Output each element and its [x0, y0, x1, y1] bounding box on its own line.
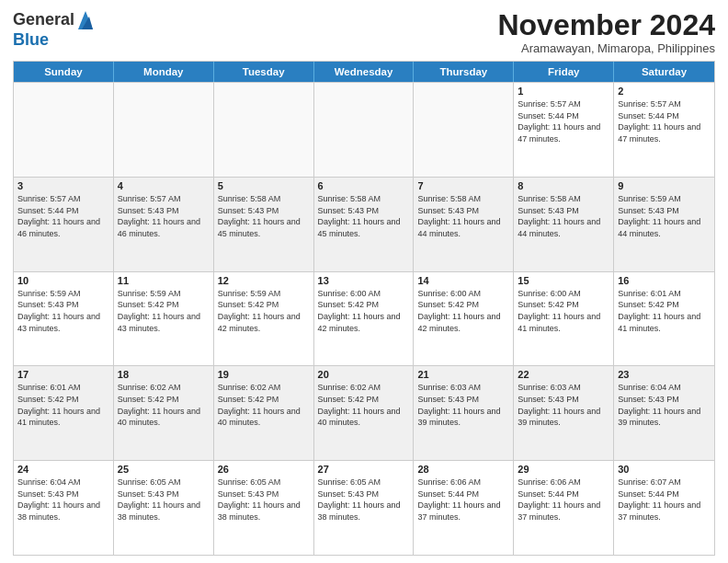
day-number: 2	[618, 86, 711, 97]
day-number: 27	[318, 464, 410, 475]
calendar-row-3: 10Sunrise: 5:59 AM Sunset: 5:43 PM Dayli…	[14, 271, 714, 366]
day-info: Sunrise: 5:59 AM Sunset: 5:43 PM Dayligh…	[618, 193, 711, 239]
logo-general-text: General	[13, 11, 74, 29]
day-info: Sunrise: 6:04 AM Sunset: 5:43 PM Dayligh…	[17, 477, 109, 523]
day-number: 21	[417, 369, 509, 380]
weekday-header-thursday: Thursday	[414, 62, 514, 82]
day-cell-23: 23Sunrise: 6:04 AM Sunset: 5:43 PM Dayli…	[614, 366, 714, 460]
day-cell-25: 25Sunrise: 6:05 AM Sunset: 5:43 PM Dayli…	[114, 461, 214, 555]
day-cell-1: 1Sunrise: 5:57 AM Sunset: 5:44 PM Daylig…	[514, 83, 614, 177]
day-info: Sunrise: 5:57 AM Sunset: 5:44 PM Dayligh…	[17, 193, 109, 239]
day-info: Sunrise: 6:01 AM Sunset: 5:42 PM Dayligh…	[618, 288, 711, 334]
day-cell-7: 7Sunrise: 5:58 AM Sunset: 5:43 PM Daylig…	[414, 178, 514, 271]
day-cell-30: 30Sunrise: 6:07 AM Sunset: 5:44 PM Dayli…	[614, 461, 714, 555]
day-cell-19: 19Sunrise: 6:02 AM Sunset: 5:42 PM Dayli…	[214, 366, 314, 460]
day-number: 11	[118, 275, 210, 286]
day-number: 8	[518, 180, 609, 191]
day-number: 24	[17, 464, 109, 475]
day-info: Sunrise: 5:57 AM Sunset: 5:44 PM Dayligh…	[518, 98, 609, 144]
location-subtitle: Aramawayan, Mimaropa, Philippines	[497, 41, 715, 55]
calendar-header-row: SundayMondayTuesdayWednesdayThursdayFrid…	[14, 62, 714, 82]
calendar-body: 1Sunrise: 5:57 AM Sunset: 5:44 PM Daylig…	[14, 82, 714, 555]
day-number: 23	[618, 369, 711, 380]
day-cell-26: 26Sunrise: 6:05 AM Sunset: 5:43 PM Dayli…	[214, 461, 314, 555]
weekday-header-sunday: Sunday	[14, 62, 114, 82]
calendar-row-1: 1Sunrise: 5:57 AM Sunset: 5:44 PM Daylig…	[14, 82, 714, 177]
day-number: 4	[118, 180, 210, 191]
day-number: 19	[218, 369, 310, 380]
day-info: Sunrise: 5:59 AM Sunset: 5:42 PM Dayligh…	[218, 288, 310, 334]
day-info: Sunrise: 5:59 AM Sunset: 5:43 PM Dayligh…	[17, 288, 109, 334]
day-cell-14: 14Sunrise: 6:00 AM Sunset: 5:42 PM Dayli…	[414, 272, 514, 366]
month-title: November 2024	[497, 9, 715, 41]
logo-icon	[76, 9, 95, 31]
day-number: 1	[518, 86, 609, 97]
day-cell-17: 17Sunrise: 6:01 AM Sunset: 5:42 PM Dayli…	[14, 366, 114, 460]
day-info: Sunrise: 6:06 AM Sunset: 5:44 PM Dayligh…	[417, 477, 509, 523]
day-info: Sunrise: 5:57 AM Sunset: 5:43 PM Dayligh…	[118, 193, 210, 239]
day-cell-16: 16Sunrise: 6:01 AM Sunset: 5:42 PM Dayli…	[614, 272, 714, 366]
calendar-row-5: 24Sunrise: 6:04 AM Sunset: 5:43 PM Dayli…	[14, 460, 714, 555]
day-info: Sunrise: 6:02 AM Sunset: 5:42 PM Dayligh…	[318, 382, 410, 428]
calendar-row-2: 3Sunrise: 5:57 AM Sunset: 5:44 PM Daylig…	[14, 177, 714, 271]
title-block: November 2024 Aramawayan, Mimaropa, Phil…	[497, 9, 715, 55]
day-info: Sunrise: 5:58 AM Sunset: 5:43 PM Dayligh…	[218, 193, 310, 239]
weekday-header-wednesday: Wednesday	[314, 62, 415, 82]
empty-cell	[414, 83, 514, 177]
day-number: 18	[118, 369, 210, 380]
day-number: 13	[318, 275, 410, 286]
day-cell-29: 29Sunrise: 6:06 AM Sunset: 5:44 PM Dayli…	[514, 461, 614, 555]
day-info: Sunrise: 6:02 AM Sunset: 5:42 PM Dayligh…	[118, 382, 210, 428]
day-cell-22: 22Sunrise: 6:03 AM Sunset: 5:43 PM Dayli…	[514, 366, 614, 460]
day-cell-5: 5Sunrise: 5:58 AM Sunset: 5:43 PM Daylig…	[214, 178, 314, 271]
day-info: Sunrise: 6:05 AM Sunset: 5:43 PM Dayligh…	[218, 477, 310, 523]
day-info: Sunrise: 6:03 AM Sunset: 5:43 PM Dayligh…	[417, 382, 509, 428]
day-info: Sunrise: 6:04 AM Sunset: 5:43 PM Dayligh…	[618, 382, 711, 428]
calendar-row-4: 17Sunrise: 6:01 AM Sunset: 5:42 PM Dayli…	[14, 365, 714, 460]
day-info: Sunrise: 6:05 AM Sunset: 5:43 PM Dayligh…	[318, 477, 410, 523]
day-info: Sunrise: 6:06 AM Sunset: 5:44 PM Dayligh…	[518, 477, 609, 523]
day-number: 16	[618, 275, 711, 286]
day-cell-10: 10Sunrise: 5:59 AM Sunset: 5:43 PM Dayli…	[14, 272, 114, 366]
day-cell-20: 20Sunrise: 6:02 AM Sunset: 5:42 PM Dayli…	[314, 366, 415, 460]
day-number: 25	[118, 464, 210, 475]
day-cell-24: 24Sunrise: 6:04 AM Sunset: 5:43 PM Dayli…	[14, 461, 114, 555]
day-number: 3	[17, 180, 109, 191]
day-info: Sunrise: 5:58 AM Sunset: 5:43 PM Dayligh…	[518, 193, 609, 239]
day-number: 5	[218, 180, 310, 191]
day-info: Sunrise: 6:00 AM Sunset: 5:42 PM Dayligh…	[318, 288, 410, 334]
day-info: Sunrise: 5:57 AM Sunset: 5:44 PM Dayligh…	[618, 98, 711, 144]
day-cell-11: 11Sunrise: 5:59 AM Sunset: 5:42 PM Dayli…	[114, 272, 214, 366]
day-cell-27: 27Sunrise: 6:05 AM Sunset: 5:43 PM Dayli…	[314, 461, 415, 555]
day-number: 15	[518, 275, 609, 286]
day-info: Sunrise: 6:03 AM Sunset: 5:43 PM Dayligh…	[518, 382, 609, 428]
day-number: 6	[318, 180, 410, 191]
day-number: 12	[218, 275, 310, 286]
day-number: 17	[17, 369, 109, 380]
day-number: 29	[518, 464, 609, 475]
empty-cell	[14, 83, 114, 177]
day-info: Sunrise: 6:07 AM Sunset: 5:44 PM Dayligh…	[618, 477, 711, 523]
logo: General Blue	[13, 9, 95, 50]
day-cell-13: 13Sunrise: 6:00 AM Sunset: 5:42 PM Dayli…	[314, 272, 415, 366]
day-cell-21: 21Sunrise: 6:03 AM Sunset: 5:43 PM Dayli…	[414, 366, 514, 460]
weekday-header-monday: Monday	[114, 62, 214, 82]
day-cell-28: 28Sunrise: 6:06 AM Sunset: 5:44 PM Dayli…	[414, 461, 514, 555]
day-number: 22	[518, 369, 609, 380]
day-info: Sunrise: 6:02 AM Sunset: 5:42 PM Dayligh…	[218, 382, 310, 428]
logo-blue-text: Blue	[13, 31, 95, 50]
day-cell-9: 9Sunrise: 5:59 AM Sunset: 5:43 PM Daylig…	[614, 178, 714, 271]
day-cell-8: 8Sunrise: 5:58 AM Sunset: 5:43 PM Daylig…	[514, 178, 614, 271]
day-info: Sunrise: 6:00 AM Sunset: 5:42 PM Dayligh…	[518, 288, 609, 334]
day-info: Sunrise: 6:00 AM Sunset: 5:42 PM Dayligh…	[417, 288, 509, 334]
page-container: General Blue November 2024 Aramawayan, M…	[0, 0, 728, 563]
day-cell-15: 15Sunrise: 6:00 AM Sunset: 5:42 PM Dayli…	[514, 272, 614, 366]
day-cell-4: 4Sunrise: 5:57 AM Sunset: 5:43 PM Daylig…	[114, 178, 214, 271]
day-cell-2: 2Sunrise: 5:57 AM Sunset: 5:44 PM Daylig…	[614, 83, 714, 177]
day-number: 28	[417, 464, 509, 475]
calendar: SundayMondayTuesdayWednesdayThursdayFrid…	[13, 61, 715, 556]
day-info: Sunrise: 6:01 AM Sunset: 5:42 PM Dayligh…	[17, 382, 109, 428]
day-number: 7	[417, 180, 509, 191]
day-number: 30	[618, 464, 711, 475]
weekday-header-saturday: Saturday	[614, 62, 714, 82]
